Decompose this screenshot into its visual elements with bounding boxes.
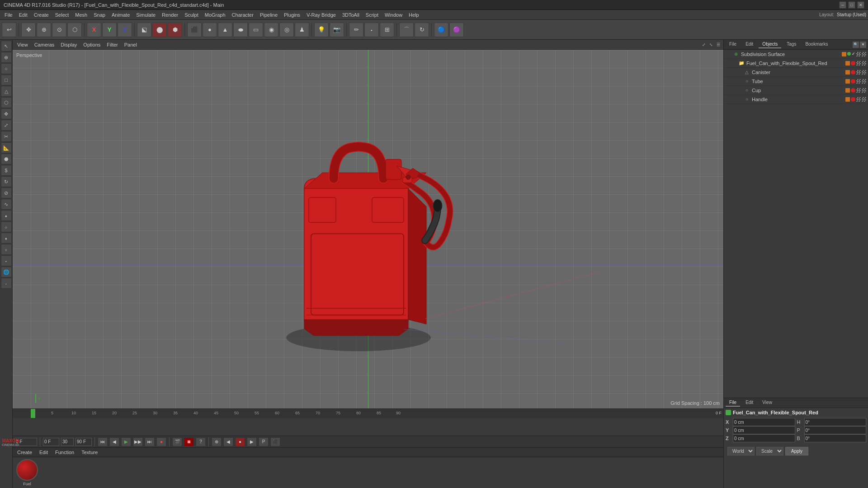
menu-file[interactable]: File <box>2 11 15 19</box>
left-tool-8[interactable]: ⤢ <box>1 120 12 131</box>
keyframe-back[interactable]: ◀ <box>223 437 233 446</box>
coord-b-val[interactable] <box>804 434 867 442</box>
menu-window[interactable]: Window <box>382 11 405 19</box>
viewport-menu-options[interactable]: Options <box>80 41 103 48</box>
step-back-button[interactable]: ◀ <box>109 437 119 446</box>
left-tool-16[interactable]: ⬥ <box>1 210 12 221</box>
viewport-menu-view[interactable]: View <box>14 41 31 48</box>
render-active[interactable]: ⬤ <box>152 23 167 37</box>
menu-help[interactable]: Help <box>406 11 422 19</box>
left-tool-12[interactable]: $ <box>1 165 12 176</box>
left-tool-20[interactable]: ⬩ <box>1 255 12 266</box>
render-region[interactable]: ⬕ <box>137 23 151 37</box>
start-frame-input[interactable] <box>43 438 59 446</box>
go-to-start-button[interactable]: ⏮ <box>98 437 108 446</box>
mat-function[interactable]: Function <box>52 449 77 456</box>
object-cone[interactable]: ▲ <box>218 23 232 37</box>
left-tool-21[interactable]: 🌐 <box>1 267 12 277</box>
menu-pipeline[interactable]: Pipeline <box>257 11 280 19</box>
obj-row-tube[interactable]: ○ Tube <box>724 77 868 86</box>
menu-render[interactable]: Render <box>159 11 181 19</box>
left-tool-17[interactable]: ⬦ <box>1 221 12 232</box>
obj-row-subdivision[interactable]: ⊕ Subdivision Surface ✓ <box>724 50 868 59</box>
minimize-button[interactable]: ─ <box>839 1 846 9</box>
attr-tab-view[interactable]: View <box>759 399 776 407</box>
timeline-start-marker[interactable] <box>31 409 35 418</box>
tool-y[interactable]: Y <box>102 23 117 37</box>
attr-tab-edit[interactable]: Edit <box>742 399 757 407</box>
obj-row-handle[interactable]: ○ Handle <box>724 95 868 104</box>
tool-x[interactable]: X <box>87 23 101 37</box>
left-tool-7[interactable]: ✥ <box>1 108 12 119</box>
left-tool-5[interactable]: △ <box>1 86 12 97</box>
tool-z[interactable]: Z <box>118 23 132 37</box>
light-add[interactable]: 💡 <box>314 23 329 37</box>
left-tool-15[interactable]: ∿ <box>1 199 12 210</box>
menu-create[interactable]: Create <box>31 11 52 19</box>
mat-texture[interactable]: Texture <box>79 449 100 456</box>
obj-tab-tags[interactable]: Tags <box>783 41 800 48</box>
obj-row-fuel-can[interactable]: 📁 Fuel_Can_with_Flexible_Spout_Red <box>724 59 868 68</box>
fps-input[interactable] <box>61 438 74 446</box>
menu-snap[interactable]: Snap <box>91 11 108 19</box>
obj-search-icon[interactable]: 🔍 <box>853 42 859 48</box>
menu-animate[interactable]: Animate <box>109 11 132 19</box>
play-forward-button[interactable]: ▶▶ <box>133 437 143 446</box>
scale-dropdown[interactable]: Scale <box>756 447 783 455</box>
stop-button[interactable]: ⏹ <box>184 437 194 446</box>
object-torus[interactable]: ◎ <box>279 23 294 37</box>
object-sphere[interactable]: ● <box>203 23 217 37</box>
left-tool-1[interactable]: ↖ <box>1 41 12 52</box>
keyframe-button[interactable]: ⊕ <box>212 437 222 446</box>
object-disc[interactable]: ◉ <box>264 23 278 37</box>
tool-move[interactable]: ✥ <box>21 23 36 37</box>
viewport-menu-cameras[interactable]: Cameras <box>32 41 57 48</box>
viewport-canvas[interactable]: Perspective <box>13 50 723 408</box>
object-plane[interactable]: ▭ <box>249 23 263 37</box>
end-frame-input[interactable] <box>75 438 92 446</box>
left-tool-2[interactable]: ⊕ <box>1 52 12 63</box>
left-tool-3[interactable]: ○ <box>1 63 12 74</box>
menu-plugins[interactable]: Plugins <box>281 11 303 19</box>
obj-tab-file[interactable]: File <box>726 41 740 48</box>
close-button[interactable]: ✕ <box>857 1 864 9</box>
mat-edit[interactable]: Edit <box>37 449 51 456</box>
left-tool-6[interactable]: ⬡ <box>1 97 12 108</box>
apply-button[interactable]: Apply <box>785 447 808 455</box>
pose-morph[interactable]: P <box>259 437 269 446</box>
menu-mesh[interactable]: Mesh <box>72 11 90 19</box>
mat-create[interactable]: Create <box>14 449 35 456</box>
motion-clip[interactable]: ⬛ <box>270 437 280 446</box>
coord-y-pos[interactable] <box>733 426 795 434</box>
left-tool-19[interactable]: ⬨ <box>1 244 12 255</box>
coord-z-pos[interactable] <box>733 434 795 442</box>
material-fuel[interactable]: Fuel <box>16 459 38 486</box>
menu-vray[interactable]: V-Ray Bridge <box>304 11 339 19</box>
cinema4d-plugin-2[interactable]: 🟣 <box>449 23 464 37</box>
go-to-end-button[interactable]: ⏭ <box>145 437 155 446</box>
timeline-ruler[interactable]: 0 5 10 15 20 25 30 35 40 45 50 55 60 65 … <box>13 409 723 418</box>
viewport-menu-filter[interactable]: Filter <box>104 41 120 48</box>
object-figure[interactable]: ♟ <box>295 23 309 37</box>
left-tool-10[interactable]: 📐 <box>1 142 12 153</box>
tool-scale[interactable]: ⊕ <box>37 23 51 37</box>
viewport-menu-panel[interactable]: Panel <box>122 41 140 48</box>
viewport-menu-display[interactable]: Display <box>58 41 80 48</box>
render-button[interactable]: 🎬 <box>172 437 182 446</box>
left-tool-18[interactable]: ⬧ <box>1 233 12 244</box>
keyframe-red[interactable]: ● <box>235 437 245 446</box>
left-tool-14[interactable]: ⊘ <box>1 188 12 198</box>
tool-rotate[interactable]: ⊙ <box>52 23 66 37</box>
nurbs-extrude[interactable]: ⬩ <box>364 23 379 37</box>
world-dropdown[interactable]: World <box>727 447 755 455</box>
obj-tab-edit[interactable]: Edit <box>742 41 757 48</box>
keyframe-forward[interactable]: ▶ <box>247 437 257 446</box>
left-tool-13[interactable]: ↻ <box>1 176 12 187</box>
coord-p-val[interactable] <box>804 426 867 434</box>
record-button[interactable]: ● <box>156 437 166 446</box>
coord-h-val[interactable] <box>804 418 867 426</box>
menu-simulate[interactable]: Simulate <box>133 11 158 19</box>
play-button[interactable]: ▶ <box>121 437 131 446</box>
cinema4d-plugin-1[interactable]: 🔵 <box>434 23 448 37</box>
coord-x-pos[interactable] <box>733 418 795 426</box>
